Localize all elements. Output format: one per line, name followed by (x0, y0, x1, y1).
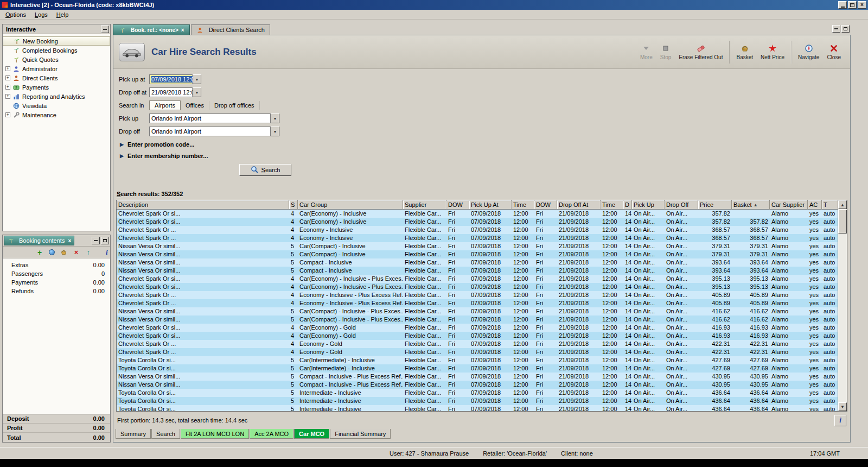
info-icon[interactable]: i (104, 249, 110, 256)
delete-icon[interactable]: × (73, 249, 79, 256)
sidebar-item-administrator[interactable]: + Administrator (3, 64, 110, 73)
table-row[interactable]: Nissan Versa Or simil...5Compact - Inclu… (117, 373, 838, 381)
column-header-basket[interactable]: Basket▲ (732, 200, 770, 210)
column-header-supplier[interactable]: Supplier (403, 200, 446, 210)
dropoff-location-select[interactable]: Orlando Intl Airport (149, 127, 271, 136)
search-in-dropoff-offices[interactable]: Drop off offices (209, 101, 260, 110)
column-header-time[interactable]: Time (512, 200, 534, 210)
stop-button[interactable]: Stop (656, 41, 675, 62)
scroll-down-icon[interactable]: ▼ (838, 402, 847, 411)
vertical-scrollbar[interactable]: ▲ ▼ (838, 200, 847, 411)
globe-icon[interactable] (48, 249, 55, 256)
column-header-t[interactable]: T (822, 200, 838, 210)
minimize-view-button[interactable] (832, 25, 840, 33)
table-row[interactable]: Chevrolet Spark Or si...4Car(Economy) - … (117, 324, 838, 332)
chevron-down-icon[interactable]: ▼ (193, 74, 201, 84)
expand-icon[interactable]: + (5, 66, 10, 71)
minimize-panel-button[interactable] (92, 237, 100, 244)
chevron-down-icon[interactable]: ▼ (193, 87, 201, 97)
column-header-description[interactable]: Description (117, 200, 289, 210)
basket-icon[interactable] (60, 249, 67, 256)
upload-icon[interactable]: ↑ (85, 249, 92, 256)
expand-icon[interactable]: + (5, 75, 10, 80)
table-row[interactable]: Nissan Versa Or simil...5Compact - Inclu… (117, 258, 838, 267)
table-row[interactable]: Nissan Versa Or simil...5Car(Compact) - … (117, 250, 838, 258)
promotion-code-expander[interactable]: ▶ Enter promotion code... (120, 141, 850, 148)
table-row[interactable]: Nissan Versa Or simil...5Car(Compact) - … (117, 242, 838, 250)
column-header-d[interactable]: D (623, 200, 632, 210)
sidebar-item-reporting-analytics[interactable]: + Reporting and Analytics (3, 92, 110, 101)
info-button[interactable]: i (834, 415, 846, 426)
table-row[interactable]: Nissan Versa Or simil...5Compact - Inclu… (117, 267, 838, 275)
restore-panel-button[interactable] (101, 237, 109, 244)
collapse-panel-button[interactable] (101, 26, 109, 33)
tab-booking-ref[interactable]: Book. ref.: <none> × (113, 24, 190, 35)
table-row[interactable]: Nissan Versa Or simil...5Compact - Inclu… (117, 381, 838, 389)
table-row[interactable]: Toyota Corolla Or si...5Car(Intermediate… (117, 364, 838, 373)
close-button[interactable]: Close (823, 41, 845, 62)
table-row[interactable]: Chevrolet Spark Or ...4Economy - Inclusi… (117, 299, 838, 307)
column-header-drop-off[interactable]: Drop Off (665, 200, 698, 210)
nett-price-button[interactable]: Nett Price (757, 41, 788, 62)
menu-options[interactable]: Options (1, 10, 30, 19)
sidebar-item-viewdata[interactable]: Viewdata (3, 101, 110, 110)
maximize-button[interactable] (848, 1, 857, 9)
booking-contents-tab[interactable]: Booking contents × (4, 236, 74, 245)
column-header-time[interactable]: Time (601, 200, 623, 210)
sidebar-item-maintenance[interactable]: + Maintenance (3, 110, 110, 119)
navigate-button[interactable]: Navigate (794, 41, 823, 62)
table-row[interactable]: Chevrolet Spark Or ...4Economy - Inclusi… (117, 291, 838, 299)
column-header-car-group[interactable]: Car Group (298, 200, 403, 210)
table-row[interactable]: Chevrolet Spark Or ...4Economy - Inclusi… (117, 226, 838, 234)
basket-button[interactable]: Basket (732, 41, 757, 62)
tab-summary[interactable]: Summary (116, 429, 151, 439)
column-header-pick-up-at[interactable]: Pick Up At (469, 200, 512, 210)
tab-accommodation[interactable]: Acc 2A MCO (250, 429, 293, 439)
menu-help[interactable]: Help (52, 10, 73, 19)
expand-icon[interactable]: + (5, 94, 10, 99)
table-row[interactable]: Toyota Corolla Or si...5Car(Intermediate… (117, 356, 838, 364)
table-row[interactable]: Toyota Corolla Or si...5Intermediate - I… (117, 389, 838, 397)
chevron-down-icon[interactable]: ▼ (271, 127, 279, 136)
add-icon[interactable]: + (36, 249, 43, 256)
sidebar-item-quick-quotes[interactable]: Quick Quotes (3, 55, 110, 64)
list-item[interactable]: Extras 0.00 (3, 261, 110, 269)
expand-icon[interactable]: + (5, 85, 10, 90)
table-row[interactable]: Toyota Corolla Or si...5Intermediate - I… (117, 405, 838, 411)
table-row[interactable]: Chevrolet Spark Or si...4Car(Economy) - … (117, 210, 838, 218)
column-header-pick-up[interactable]: Pick Up (632, 200, 665, 210)
more-button[interactable]: More (636, 41, 656, 62)
dropoff-at-input[interactable]: 21/09/2018 12:00 (149, 87, 193, 97)
search-button[interactable]: Search (239, 164, 291, 176)
table-row[interactable]: Nissan Versa Or simil...5Car(Compact) - … (117, 315, 838, 324)
column-header-s[interactable]: S (289, 200, 298, 210)
column-header-ac[interactable]: AC (808, 200, 822, 210)
table-row[interactable]: Chevrolet Spark Or si...4Car(Economy) - … (117, 218, 838, 226)
sidebar-item-new-booking[interactable]: New Booking (3, 36, 110, 46)
table-row[interactable]: Chevrolet Spark Or si...4Car(Economy) - … (117, 275, 838, 283)
list-item[interactable]: Passengers 0 (3, 269, 110, 278)
close-icon[interactable]: × (68, 238, 71, 244)
menu-logs[interactable]: Logs (30, 10, 52, 19)
tab-financial-summary[interactable]: Financial Summary (330, 429, 391, 439)
table-row[interactable]: Chevrolet Spark Or si...4Car(Economy) - … (117, 332, 838, 340)
list-item[interactable]: Refunds 0.00 (3, 287, 110, 295)
table-row[interactable]: Chevrolet Spark Or ...4Economy - GoldFle… (117, 348, 838, 356)
table-row[interactable]: Toyota Corolla Or si...5Intermediate - I… (117, 397, 838, 405)
table-row[interactable]: Chevrolet Spark Or ...4Economy - GoldFle… (117, 340, 838, 348)
erase-filtered-out-button[interactable]: Erase Filtered Out (675, 41, 726, 62)
column-header-drop-off-at[interactable]: Drop Off At (557, 200, 601, 210)
table-row[interactable]: Chevrolet Spark Or si...4Car(Economy) - … (117, 283, 838, 291)
membership-number-expander[interactable]: ▶ Enter membership number... (120, 153, 850, 159)
column-header-price[interactable]: Price (698, 200, 732, 210)
scroll-up-icon[interactable]: ▲ (838, 200, 847, 209)
pickup-location-select[interactable]: Orlando Intl Airport (149, 113, 271, 123)
sidebar-item-direct-clients[interactable]: + Direct Clients (3, 73, 110, 83)
table-row[interactable]: Chevrolet Spark Or ...4Economy - Inclusi… (117, 234, 838, 242)
scrollbar-thumb[interactable] (838, 210, 847, 234)
search-in-offices[interactable]: Offices (181, 101, 209, 110)
minimize-button[interactable] (838, 1, 847, 9)
list-item[interactable]: Payments 0.00 (3, 278, 110, 287)
tab-car[interactable]: Car MCO (294, 429, 329, 439)
column-header-dow[interactable]: DOW (446, 200, 469, 210)
